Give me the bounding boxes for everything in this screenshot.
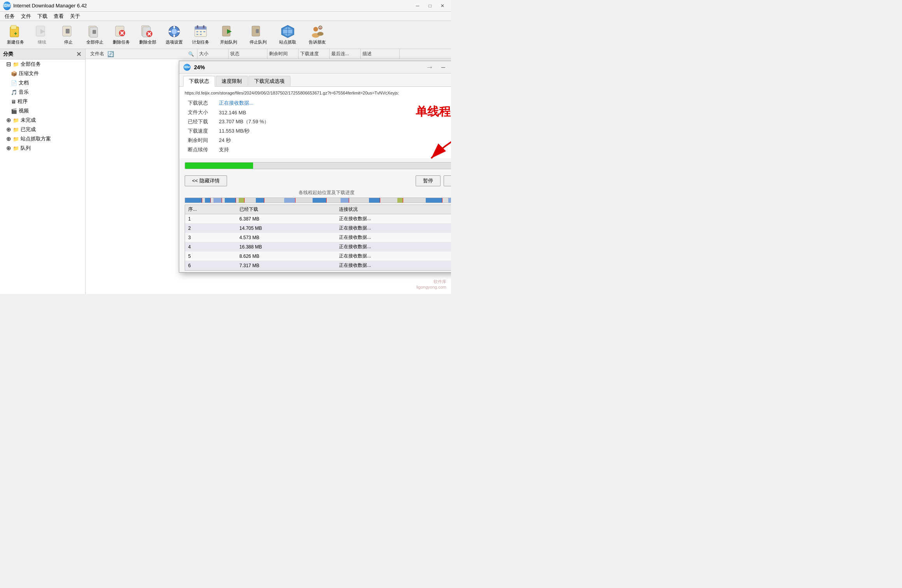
menu-file[interactable]: 文件 — [18, 12, 34, 21]
thread-status: 正在接收数据... — [336, 233, 451, 242]
compressed-icon: 📦 — [11, 71, 17, 77]
thread-downloaded: 7.317 MB — [236, 261, 336, 270]
thread-downloaded: 8.626 MB — [236, 252, 336, 261]
start-queue-button[interactable]: 开始队列 — [215, 23, 243, 47]
menu-task[interactable]: 任务 — [2, 12, 18, 21]
toolbar: + 新建任务 继续 停止 全部停止 — [0, 21, 451, 49]
refresh-icon: 🔄 — [107, 51, 114, 57]
music-icon: 🎵 — [11, 89, 17, 95]
stop-queue-button[interactable]: 停止队列 — [244, 23, 272, 47]
incomplete-expand-icon: ⊕ — [6, 117, 11, 124]
sidebar-header: 分类 ✕ — [0, 49, 85, 60]
info-row-size: 文件大小 312.146 MB — [185, 108, 451, 117]
stop-button[interactable]: 停止 — [56, 23, 81, 47]
schedule-button[interactable]: 计划任务 — [188, 23, 213, 47]
stop-queue-label: 停止队列 — [250, 39, 267, 45]
cancel-button[interactable]: 取消 — [444, 175, 451, 186]
thread-table-header: 序... 已经下载 连接状况 — [185, 205, 451, 214]
svg-rect-27 — [197, 25, 198, 28]
new-task-button[interactable]: + 新建任务 — [3, 23, 28, 47]
delete-all-button[interactable]: 删除全部 — [135, 23, 160, 47]
thread-status: 正在接收数据... — [336, 252, 451, 261]
download-dialog: IDM 24% → ─ □ ✕ 下载状态 速度限制 下载完成选项 https:/… — [179, 61, 451, 273]
resumable-value: 支持 — [216, 145, 451, 154]
idm-logo: IDM — [3, 2, 11, 10]
delete-all-label: 删除全部 — [139, 39, 156, 45]
app-icon: IDM — [3, 2, 11, 10]
programs-label: 程序 — [17, 98, 28, 105]
tab-complete-options[interactable]: 下载完成选项 — [248, 76, 290, 86]
pause-button[interactable]: 暂停 — [416, 175, 441, 186]
thread-table: 序... 已经下载 连接状况 1 6.387 MB 正在接收数据... 2 14… — [185, 205, 451, 270]
video-icon: 🎬 — [11, 108, 17, 114]
delete-task-button[interactable]: 删除任务 — [109, 23, 134, 47]
thread-row: 6 7.317 MB 正在接收数据... — [185, 261, 451, 270]
watermark: 软件库 ligongyong.com — [416, 279, 446, 289]
dialog-tabs: 下载状态 速度限制 下载完成选项 — [179, 74, 451, 87]
menu-download[interactable]: 下载 — [34, 12, 51, 21]
thread-status: 正在接收数据... — [336, 242, 451, 252]
sidebar-item-queue[interactable]: ⊕ 📁 队列 — [0, 144, 85, 153]
col-seq: 序... — [185, 205, 236, 214]
svg-point-20 — [171, 29, 177, 34]
sidebar-item-complete[interactable]: ⊕ 📁 已完成 — [0, 125, 85, 134]
sidebar-item-site-grab[interactable]: ⊕ 📁 站点抓取方案 — [0, 134, 85, 144]
schedule-label: 计划任务 — [192, 39, 209, 45]
col-filename: 文件名 🔄 🔍 — [89, 49, 198, 59]
menu-about[interactable]: 关于 — [67, 12, 83, 21]
close-button[interactable]: ✕ — [437, 2, 448, 10]
thread-status: 正在接收数据... — [336, 261, 451, 270]
tab-speed-limit[interactable]: 速度限制 — [216, 76, 248, 86]
sidebar-item-music[interactable]: 🎵 音乐 — [0, 88, 85, 97]
col-status: 状态 — [229, 49, 267, 59]
tell-friend-label: 告诉朋友 — [309, 39, 326, 45]
col-downloaded: 已经下载 — [236, 205, 336, 214]
sidebar-item-all-tasks[interactable]: ⊟ 📁 全部任务 — [0, 60, 85, 69]
svg-rect-24 — [177, 31, 180, 32]
maximize-button[interactable]: □ — [425, 2, 435, 10]
new-task-icon: + — [9, 24, 23, 38]
video-label: 视频 — [19, 107, 29, 114]
svg-rect-23 — [169, 31, 171, 32]
resume-button[interactable]: 继续 — [30, 23, 54, 47]
svg-rect-9 — [93, 30, 96, 34]
complete-folder-icon: 📁 — [13, 127, 19, 133]
stop-all-button[interactable]: 全部停止 — [82, 23, 107, 47]
sidebar-item-programs[interactable]: 🖥 程序 — [0, 97, 85, 106]
dialog-body: https://d.feijix.com/storage/files/2024/… — [179, 87, 451, 158]
complete-label: 已完成 — [21, 126, 36, 133]
complete-expand-icon: ⊕ — [6, 126, 11, 133]
thread-row: 5 8.626 MB 正在接收数据... — [185, 252, 451, 261]
info-row-resumable: 断点续传 支持 — [185, 145, 451, 154]
sidebar-item-docs[interactable]: 📄 文档 — [0, 78, 85, 88]
svg-rect-1 — [11, 25, 16, 29]
minimize-button[interactable]: ─ — [412, 2, 423, 10]
sidebar-item-incomplete[interactable]: ⊕ 📁 未完成 — [0, 116, 85, 125]
site-grab-button[interactable]: 站点抓取 — [274, 23, 302, 47]
options-button[interactable]: 选项设置 — [162, 23, 187, 47]
dialog-arrow-icon: → — [426, 63, 434, 72]
col-speed-label: 下载速度 — [300, 51, 319, 57]
sidebar-item-video[interactable]: 🎬 视频 — [0, 106, 85, 116]
menu-view[interactable]: 查看 — [51, 12, 67, 21]
sidebar-close-button[interactable]: ✕ — [75, 51, 82, 58]
tell-friend-button[interactable]: ● 告诉朋友 — [303, 23, 331, 47]
col-desc: 描述 — [361, 49, 400, 59]
dialog-minimize-button[interactable]: ─ — [438, 63, 448, 72]
size-label: 文件大小 — [185, 108, 216, 117]
dialog-maximize-button[interactable]: □ — [449, 63, 451, 72]
thread-label: 各线程起始位置及下载进度 — [179, 189, 451, 197]
col-size: 大小 — [198, 49, 229, 59]
stop-label: 停止 — [64, 39, 73, 45]
start-queue-label: 开始队列 — [220, 39, 237, 45]
stop-queue-icon — [251, 24, 265, 38]
info-row-remain: 剩余时间 24 秒 — [185, 136, 451, 145]
site-grab-expand-icon: ⊕ — [6, 135, 11, 142]
col-filename-label: 文件名 — [90, 51, 104, 57]
compressed-label: 压缩文件 — [19, 70, 39, 77]
tab-download-status[interactable]: 下载状态 — [183, 76, 215, 87]
col-remain-label: 剩余时间 — [269, 51, 288, 57]
hide-details-button[interactable]: << 隐藏详情 — [185, 175, 227, 186]
col-remain: 剩余时间 — [267, 49, 299, 59]
sidebar-item-compressed[interactable]: 📦 压缩文件 — [0, 69, 85, 78]
